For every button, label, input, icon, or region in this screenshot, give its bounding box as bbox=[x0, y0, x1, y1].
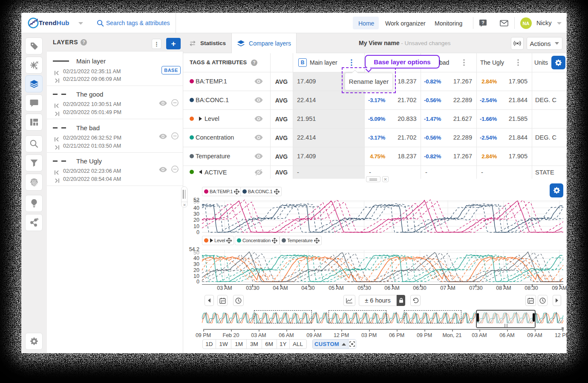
svg-text:?: ? bbox=[481, 20, 484, 25]
